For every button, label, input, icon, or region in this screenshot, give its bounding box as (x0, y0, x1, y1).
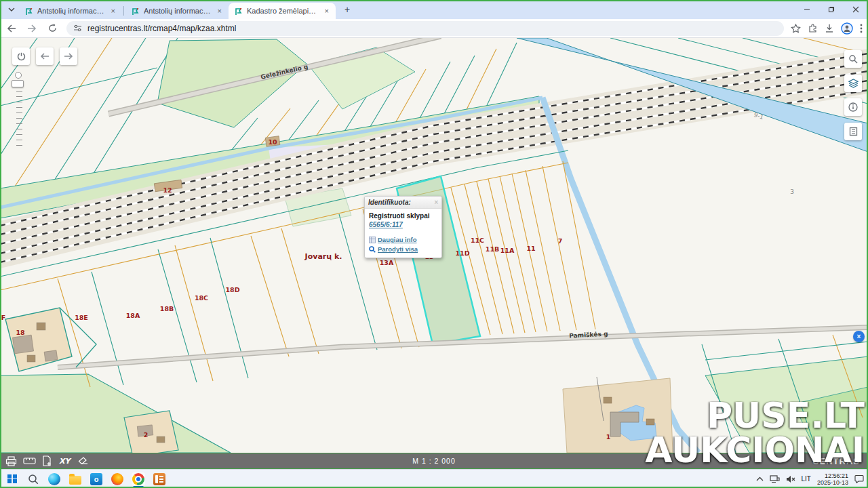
village-label: Jovarų k. (304, 252, 342, 261)
power-button[interactable] (12, 47, 30, 65)
watermark-line2: AUKCIONAI (645, 433, 865, 468)
extensions-icon[interactable] (808, 23, 818, 33)
tab-title: Antstolių informacinė sistema (37, 7, 106, 15)
forward-button[interactable] (23, 20, 41, 37)
parcel-label: 18B (160, 305, 174, 312)
tab-close-icon[interactable]: × (110, 7, 117, 15)
zoom-in-button[interactable] (15, 72, 22, 79)
tab-antstoliu-1[interactable]: Antstolių informacinė sistema × (19, 3, 122, 19)
reload-button[interactable] (43, 20, 61, 37)
parcel-label: 18D (225, 286, 239, 293)
registru-centras-favicon-icon (234, 7, 243, 16)
next-view-button[interactable] (60, 47, 77, 65)
search-icon (28, 474, 39, 485)
tab-close-icon[interactable]: × (323, 7, 330, 15)
outlook-icon: o (90, 473, 102, 485)
parcel-label: 18 (16, 329, 25, 336)
popup-header: Identifikuota: × (365, 197, 441, 209)
parcel-label: 11 (526, 245, 535, 252)
system-tray: LIT 12:56:21 2025-10-13 (756, 470, 865, 488)
tray-time: 12:56:21 (817, 472, 848, 479)
browser-toolbar: registrucentras.lt/rcmap4/map/kzaa.xhtml (0, 19, 868, 38)
map-canvas[interactable]: 18E 18A 18B 18C 18D 13A 13 11D 11C 11B 1… (0, 38, 868, 453)
zoom-slider-handle[interactable] (12, 80, 24, 87)
window-controls (795, 0, 868, 19)
parcel-label: 11C (471, 237, 484, 244)
bookmark-star-icon[interactable] (791, 24, 801, 33)
tab-title: Antstolių informacinė sistema (144, 7, 212, 15)
tray-expand-chevron-icon[interactable] (756, 476, 764, 481)
zoom-slider-scale[interactable] (16, 91, 22, 149)
firefox-icon (111, 473, 123, 485)
back-button[interactable] (3, 20, 20, 37)
edge-app[interactable] (47, 472, 61, 486)
info-button[interactable] (844, 98, 862, 116)
search-tool-button[interactable] (844, 50, 862, 68)
taskbar-apps: o (0, 472, 166, 486)
edge-icon (48, 473, 60, 485)
url-text: registrucentras.lt/rcmap4/map/kzaa.xhtml (87, 24, 236, 33)
parcel-label: F (1, 314, 6, 321)
show-all-row: Parodyti visa (369, 245, 437, 253)
parcel-label: 18A (126, 312, 140, 319)
network-icon[interactable] (770, 475, 780, 483)
parcel-label: 2 (144, 431, 149, 439)
notification-center-icon[interactable] (854, 474, 864, 483)
chrome-app-active[interactable] (132, 472, 145, 486)
parcel-label: 10 (268, 138, 277, 146)
tab-antstoliu-2[interactable]: Antstolių informacinė sistema × (125, 3, 229, 19)
clock[interactable]: 12:56:21 2025-10-13 (817, 472, 848, 486)
parcel-label: 11A (500, 247, 515, 254)
new-tab-button[interactable]: + (340, 2, 355, 17)
parcel-label: 18C (195, 294, 208, 302)
layers-button[interactable] (844, 75, 862, 92)
address-bar[interactable]: registrucentras.lt/rcmap4/map/kzaa.xhtml (66, 21, 784, 36)
menu-kebab-icon[interactable] (860, 24, 863, 33)
parcel-label: 11D (455, 249, 469, 257)
restore-button[interactable] (819, 0, 844, 19)
file-explorer-app[interactable] (68, 472, 82, 486)
tab-close-icon[interactable]: × (216, 7, 223, 15)
details-icon (369, 237, 376, 243)
windows-logo-icon (7, 474, 17, 484)
popup-close-icon[interactable]: × (434, 199, 438, 206)
parcel-label: 12 (163, 186, 172, 194)
start-button[interactable] (5, 472, 19, 486)
parcel-label: 7 (558, 237, 563, 245)
chrome-icon (132, 473, 144, 485)
parcel-label: 1 (606, 433, 611, 441)
popup-title: Identifikuota: (368, 199, 434, 206)
tab-kadastro-zemelapiai[interactable]: Kadastro žemėlapiai 4.1.25 × (229, 3, 336, 19)
show-all-link[interactable]: Parodyti visa (378, 245, 418, 253)
popup-body: Registruoti sklypai 6565/6:117 Daugiau i… (365, 209, 441, 258)
minimize-button[interactable] (795, 0, 819, 19)
outlook-app[interactable]: o (90, 472, 103, 486)
parcel-label: 13A (380, 259, 394, 266)
firefox-app[interactable] (111, 472, 124, 486)
magnifier-icon (369, 246, 376, 253)
previous-view-button[interactable] (36, 47, 54, 65)
registru-centras-favicon-icon (131, 7, 140, 16)
tab-search-chevron-icon[interactable] (4, 2, 19, 17)
side-panel-close-button[interactable]: × (853, 331, 865, 342)
close-window-button[interactable] (844, 0, 868, 19)
popup-section-title: Registruoti sklypai (369, 212, 437, 220)
gray-label: 3 (790, 188, 794, 195)
language-indicator[interactable]: LIT (802, 475, 811, 483)
site-info-tune-icon[interactable] (73, 24, 82, 32)
parcel-label: 18E (75, 314, 88, 321)
tab-divider (123, 6, 124, 16)
browser-tabstrip: Antstolių informacinė sistema × Antstoli… (0, 0, 868, 19)
watermark-line1: PUSE.LT (645, 399, 865, 433)
identify-popup: Identifikuota: × Registruoti sklypai 656… (364, 196, 442, 258)
windows-taskbar: o LIT 12:56:21 2025-10-13 (0, 469, 868, 488)
volume-muted-icon[interactable] (786, 475, 795, 483)
office-app[interactable] (153, 472, 166, 486)
legend-button[interactable] (844, 123, 862, 140)
download-icon[interactable] (825, 24, 834, 33)
profile-avatar[interactable] (841, 22, 853, 35)
parcel-label: 11B (486, 245, 499, 253)
taskbar-search-button[interactable] (26, 472, 40, 486)
more-info-link[interactable]: Daugiau info (378, 236, 417, 243)
parcel-number-link[interactable]: 6565/6:117 (369, 221, 403, 228)
